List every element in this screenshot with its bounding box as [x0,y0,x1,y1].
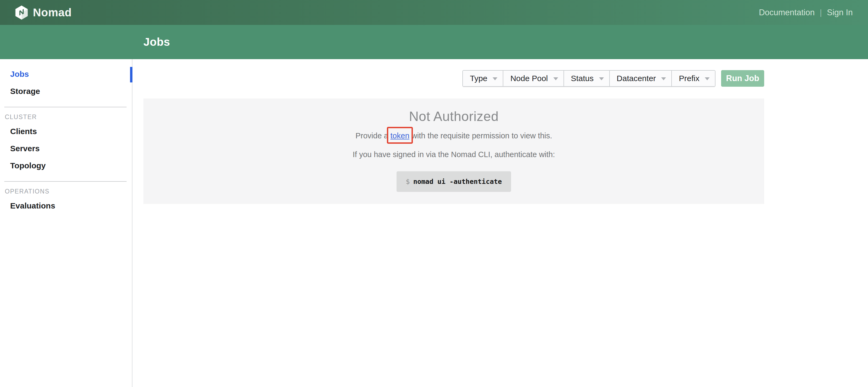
caret-down-icon [493,77,497,80]
page-title: Jobs [144,36,170,49]
nomad-logo-icon [15,5,28,20]
sidebar-section-operations: OPERATIONS [0,188,132,195]
caret-down-icon [705,77,710,80]
not-authorized-panel: Not Authorized Provide a token with the … [144,98,764,204]
not-authorized-heading: Not Authorized [144,110,764,123]
cli-command: nomad ui -authenticate [413,178,502,185]
status-filter-dropdown[interactable]: Status [563,71,609,86]
caret-down-icon [599,77,604,80]
token-link[interactable]: token [391,131,409,140]
caret-down-icon [553,77,558,80]
brand-home-link[interactable]: Nomad [15,5,72,20]
status-filter-label: Status [571,74,594,83]
sidebar-item-jobs[interactable]: Jobs [0,68,132,80]
datacenter-filter-label: Datacenter [617,74,656,83]
type-filter-label: Type [470,74,487,83]
datacenter-filter-dropdown[interactable]: Datacenter [609,71,672,86]
node-pool-filter-dropdown[interactable]: Node Pool [503,71,563,86]
prefix-filter-label: Prefix [679,74,700,83]
caret-down-icon [661,77,666,80]
sidebar-item-topology[interactable]: Topology [0,160,132,172]
sidebar-divider [4,181,127,182]
page-header: Jobs [0,25,868,59]
main-content: Type Node Pool Status Datacenter Prefix [133,59,868,387]
token-message-pre: Provide a [355,131,391,140]
run-job-button[interactable]: Run Job [721,70,764,87]
documentation-link[interactable]: Documentation [759,8,815,18]
cli-message: If you have signed in via the Nomad CLI,… [144,150,764,159]
sidebar-divider [4,107,127,107]
sign-in-link[interactable]: Sign In [827,8,853,18]
filter-dropdown-group: Type Node Pool Status Datacenter Prefix [462,70,715,87]
type-filter-dropdown[interactable]: Type [463,71,503,86]
token-message: Provide a token with the requisite permi… [144,131,764,140]
token-message-post: with the requisite permission to view th… [409,131,552,140]
nav-separator: | [820,8,822,17]
sidebar: Jobs Storage CLUSTER Clients Servers Top… [0,59,132,387]
sidebar-section-cluster: CLUSTER [0,113,132,121]
top-nav-links: Documentation | Sign In [759,8,853,18]
nomad-app: Nomad Documentation | Sign In Jobs Jobs … [0,0,868,387]
active-indicator [130,67,132,83]
node-pool-filter-label: Node Pool [510,74,548,83]
sidebar-item-storage[interactable]: Storage [0,85,132,97]
brand-name: Nomad [33,6,72,19]
top-nav: Nomad Documentation | Sign In [0,0,868,25]
filter-toolbar: Type Node Pool Status Datacenter Prefix [462,70,764,87]
token-link-wrap: token [391,131,409,140]
sidebar-item-evaluations[interactable]: Evaluations [0,200,132,212]
sidebar-item-servers[interactable]: Servers [0,143,132,154]
prefix-filter-dropdown[interactable]: Prefix [671,71,715,86]
sidebar-item-clients[interactable]: Clients [0,125,132,137]
cli-code-block: $nomad ui -authenticate [397,171,511,192]
shell-prompt: $ [406,178,410,185]
